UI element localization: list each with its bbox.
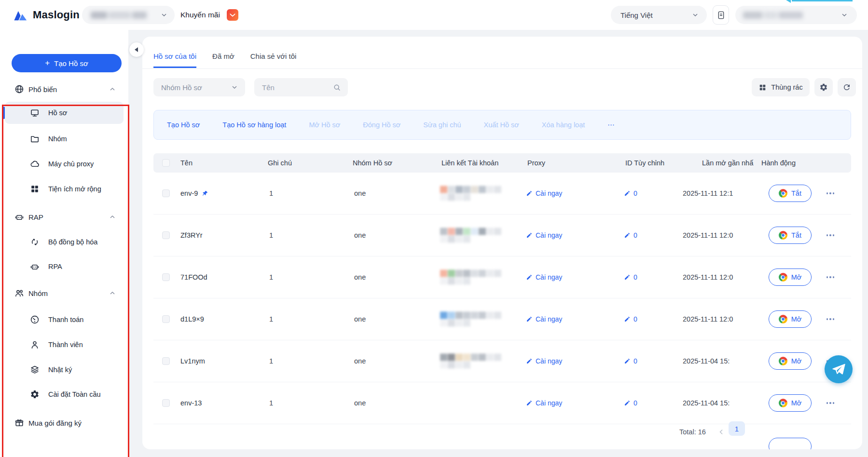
custom-id-link[interactable]: 0: [624, 273, 637, 281]
proxy-setup-link[interactable]: Cài ngay: [526, 189, 562, 197]
mosaic-cell: [440, 312, 447, 319]
open-close-profile-button[interactable]: Mở: [769, 394, 812, 412]
proxy-setup-link[interactable]: Cài ngay: [526, 399, 562, 407]
open-close-profile-button[interactable]: Tắt: [769, 185, 812, 202]
sidebar-item-robot-7[interactable]: RPA: [5, 255, 124, 278]
workspace-select[interactable]: [82, 6, 175, 24]
row-checkbox[interactable]: [162, 357, 170, 365]
row-more-button[interactable]: [825, 189, 836, 198]
row-checkbox[interactable]: [162, 399, 170, 407]
open-close-profile-button[interactable]: Mở: [769, 310, 812, 328]
sidebar-item-person-10[interactable]: Thành viên: [5, 334, 124, 356]
sidebar-item-gift-13[interactable]: Mua gói đăng ký: [5, 412, 124, 434]
row-checkbox[interactable]: [162, 315, 170, 323]
row-checkbox[interactable]: [162, 189, 170, 197]
chrome-icon: [779, 189, 787, 198]
sidebar-item-label: Bộ đồng bộ hóa: [48, 238, 97, 246]
language-select[interactable]: Tiếng Việt: [611, 6, 707, 24]
group-filter-select[interactable]: Nhóm Hồ sơ: [153, 78, 245, 96]
sidebar-item-gauge-9[interactable]: Thanh toán: [5, 309, 124, 331]
open-close-profile-button[interactable]: Mở: [769, 269, 812, 286]
sidebar-item-gear-12[interactable]: Cài đặt Toàn cầu: [5, 383, 124, 405]
create-profile-button[interactable]: + Tạo Hồ sơ: [12, 54, 122, 72]
table-row-d1L9×9: d1L9×91oneCài ngay02025-11-11 12:0Mở: [153, 298, 851, 340]
user-account-select[interactable]: [735, 6, 857, 24]
sidebar-item-folder-2[interactable]: Nhóm: [5, 128, 124, 150]
custom-id-link[interactable]: 0: [624, 231, 637, 239]
mosaic-cell: [471, 186, 478, 193]
tab-2[interactable]: Chia sẻ với tôi: [250, 52, 297, 68]
action-7[interactable]: ⋯: [607, 121, 615, 129]
sidebar-item-label: Cài đặt Toàn cầu: [48, 390, 101, 398]
column-header-2: Nhóm Hồ sơ: [353, 159, 392, 167]
mosaic-cell: [448, 270, 455, 277]
row-checkbox[interactable]: [162, 273, 170, 281]
redacted-user-name: [743, 12, 803, 19]
mosaic-cell: [479, 228, 486, 235]
row-checkbox[interactable]: [162, 231, 170, 239]
select-all-checkbox[interactable]: [162, 159, 170, 167]
mosaic-cell: [486, 270, 494, 277]
promo-link[interactable]: Khuyến mãi: [180, 0, 238, 30]
tab-0[interactable]: Hồ sơ của tôi: [153, 52, 196, 68]
sidebar-item-label: Tiện ích mở rộng: [48, 185, 101, 193]
proxy-setup-link[interactable]: Cài ngay: [526, 231, 562, 239]
proxy-setup-label: Cài ngay: [536, 189, 562, 197]
sidebar-item-layers-11[interactable]: Nhật ký: [5, 359, 124, 381]
tabs-divider: [142, 68, 862, 69]
settings-button[interactable]: [814, 78, 833, 96]
profile-name-cell: env-9: [180, 189, 208, 197]
docs-button[interactable]: [713, 5, 729, 25]
name-search-input[interactable]: Tên: [254, 78, 348, 96]
custom-id-value: 0: [634, 273, 637, 281]
telegram-float-button[interactable]: [825, 355, 853, 383]
top-header: Maslogin Khuyến mãi Tiếng Việt: [0, 0, 868, 30]
open-close-profile-button[interactable]: Mở: [769, 352, 812, 370]
row-more-button[interactable]: [825, 231, 836, 240]
custom-id-link[interactable]: 0: [624, 315, 637, 323]
mosaic-cell: [455, 236, 463, 243]
sidebar-item-team-8[interactable]: Nhóm: [5, 282, 124, 304]
mosaic-cell: [494, 354, 501, 361]
sidebar-item-monitor-1[interactable]: Hồ sơ: [5, 102, 124, 124]
open-close-profile-button[interactable]: Tắt: [769, 227, 812, 244]
sidebar-item-globe-0[interactable]: Phổ biến: [5, 78, 124, 100]
custom-id-link[interactable]: 0: [624, 357, 637, 365]
refresh-button[interactable]: [838, 78, 856, 96]
profile-name: env-13: [180, 399, 202, 407]
proxy-setup-link[interactable]: Cài ngay: [526, 315, 562, 323]
row-more-button[interactable]: [825, 273, 836, 282]
profile-name: d1L9×9: [180, 315, 204, 323]
sidebar-item-label: Hồ sơ: [48, 109, 67, 117]
mosaic-cell: [463, 236, 470, 243]
proxy-setup-link[interactable]: Cài ngay: [526, 357, 562, 365]
mosaic-cell: [486, 228, 494, 235]
action-1[interactable]: Tạo Hồ sơ hàng loạt: [222, 121, 286, 129]
row-more-button[interactable]: [825, 315, 836, 323]
mosaic-cell: [494, 228, 501, 235]
pagination-page-1[interactable]: 1: [729, 421, 745, 436]
mosaic-cell: [471, 228, 478, 235]
tab-1[interactable]: Đã mở: [212, 52, 234, 68]
pagination-prev-button[interactable]: [716, 427, 727, 437]
group-filter-placeholder: Nhóm Hồ sơ: [161, 83, 202, 92]
sidebar-item-cloud-3[interactable]: Máy chủ proxy: [5, 153, 124, 175]
mosaic-cell: [463, 194, 470, 201]
sidebar-item-robot-5[interactable]: RAP: [5, 206, 124, 228]
row-more-button[interactable]: [825, 399, 836, 407]
trash-button[interactable]: Thùng rác: [752, 78, 810, 96]
table-body: env-91oneCài ngay02025-11-11 12:1TắtZf3R…: [153, 173, 851, 424]
proxy-setup-link[interactable]: Cài ngay: [526, 273, 562, 281]
mosaic-cell: [440, 270, 447, 277]
column-header-4: Proxy: [527, 159, 545, 167]
sidebar-item-sync-6[interactable]: Bộ đồng bộ hóa: [5, 231, 124, 253]
action-0[interactable]: Tạo Hồ sơ: [167, 121, 200, 129]
sidebar-item-label: Phổ biến: [28, 85, 57, 94]
name-search-placeholder: Tên: [262, 83, 275, 92]
sidebar-item-grid-4[interactable]: Tiện ích mở rộng: [5, 178, 124, 200]
document-icon: [716, 11, 726, 20]
sidebar-collapse-button[interactable]: [129, 42, 144, 57]
last-opened-cell: 2025-11-04 15:: [683, 399, 730, 407]
custom-id-link[interactable]: 0: [624, 399, 637, 407]
custom-id-link[interactable]: 0: [624, 189, 637, 197]
